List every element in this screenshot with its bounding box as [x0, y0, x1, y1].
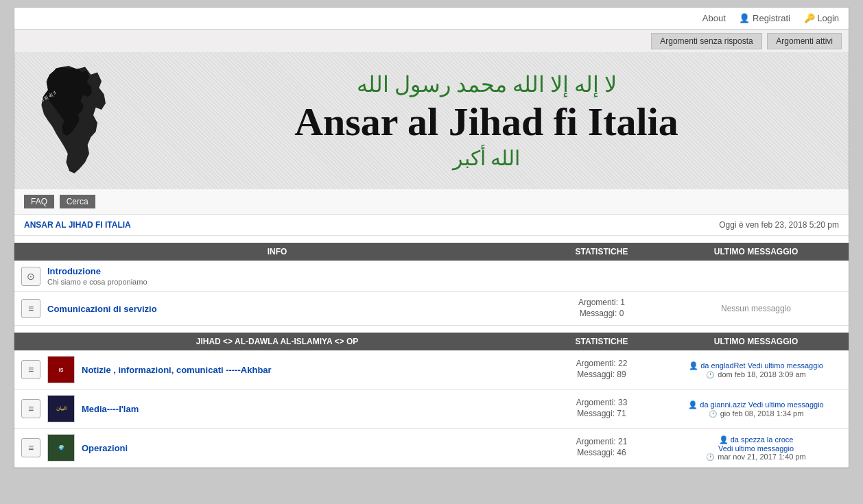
- no-message-label: Nessun messaggio: [721, 304, 791, 313]
- view-ops: Vedi ultimo messaggio: [670, 444, 842, 453]
- forum-name-comunicazioni[interactable]: Comunicazioni di servizio: [47, 304, 157, 314]
- argomenti-label-m: Argomenti:: [576, 398, 616, 407]
- argomenti-label-n: Argomenti:: [576, 359, 616, 368]
- banner-text: لا إله إلا الله محمد رسول الله Ansar al …: [124, 71, 849, 171]
- date-ops: mar nov 21, 2017 1:40 pm: [718, 453, 805, 461]
- messaggi-notizie: Messaggi: 89: [533, 370, 670, 379]
- forum-icon-media: ≡: [21, 399, 40, 418]
- forum-name-introduzione[interactable]: Introduzione: [47, 266, 101, 276]
- last-user-link-media[interactable]: da gianni.aziz: [700, 400, 746, 409]
- breadcrumb-bar: ANSAR AL JIHAD FI ITALIA Oggi è ven feb …: [14, 215, 849, 236]
- forum-icon-comunicazioni: ≡: [21, 299, 40, 318]
- last-date-media: 🕐 gio feb 08, 2018 1:34 pm: [670, 409, 842, 418]
- forum-desc-introduzione: Chi siamo e cosa proponiamo: [47, 278, 533, 286]
- clock-icon-ops: 🕐: [706, 453, 714, 461]
- forum-row-inner-media: ≡ البيان Media----I'lam: [21, 395, 533, 422]
- section-jihad-header: JIHAD <> AL-DAWLA AL-ISLAMIYA <> OP STAT…: [14, 333, 849, 350]
- top-nav: About 👤 Registrati 🔑 Login: [14, 8, 849, 29]
- forum-row-notizie: ≡ IS Notizie , informazioni, comunicati …: [14, 350, 849, 389]
- messaggi-ops: Messaggi: 46: [533, 448, 670, 457]
- forum-folder-icon: ⊙: [27, 271, 35, 282]
- argomenti-label: Argomenti:: [578, 298, 618, 307]
- section-info-last-col: ULTIMO MESSAGGIO: [670, 247, 842, 256]
- forum-thumb-ops: 🌍: [47, 434, 75, 461]
- last-user-ops: 👤 da spezza la croce: [670, 435, 842, 444]
- forum-info-notizie: Notizie , informazioni, comunicati -----…: [82, 365, 533, 375]
- forum-thumb-media: البيان: [47, 395, 75, 422]
- view-link-ops[interactable]: Vedi ultimo messaggio: [718, 444, 794, 453]
- forum-last-media: 👤 da gianni.aziz Vedi ultimo messaggio 🕐…: [670, 400, 842, 418]
- view-link-media[interactable]: Vedi ultimo messaggio: [748, 400, 824, 409]
- messaggi-stat: Messaggi: 0: [533, 309, 670, 318]
- forum-row-inner-ops: ≡ 🌍 Operazioni: [21, 434, 533, 461]
- forum-list-icon-ops: ≡: [28, 442, 34, 453]
- forum-info-media: Media----I'lam: [82, 404, 533, 414]
- argomenti-media: Argomenti: 33: [533, 398, 670, 407]
- cerca-button[interactable]: Cerca: [60, 195, 95, 208]
- forum-info-introduzione: Introduzione Chi siamo e cosa proponiamo: [47, 266, 533, 286]
- forum-row-inner-notizie: ≡ IS Notizie , informazioni, comunicati …: [21, 356, 533, 383]
- forum-row-inner: ⊙ Introduzione Chi siamo e cosa proponia…: [21, 266, 533, 286]
- register-link[interactable]: 👤 Registrati: [739, 13, 792, 23]
- forum-list-icon-notizie: ≡: [28, 364, 34, 375]
- messaggi-media: Messaggi: 71: [533, 409, 670, 418]
- forum-stats-media: Argomenti: 33 Messaggi: 71: [533, 398, 670, 420]
- messaggi-value: 0: [619, 309, 624, 318]
- last-date-ops: 🕐 mar nov 21, 2017 1:40 pm: [670, 453, 842, 461]
- forum-icon-ops: ≡: [21, 438, 40, 457]
- forum-thumb-notizie: IS: [47, 356, 75, 383]
- last-user-link-notizie[interactable]: da engladRet: [700, 361, 745, 370]
- last-date-notizie: 🕐 dom feb 18, 2018 3:09 am: [670, 370, 842, 379]
- section-jihad-last-col: ULTIMO MESSAGGIO: [670, 337, 842, 346]
- active-filter-btn[interactable]: Argomenti attivi: [767, 33, 842, 49]
- forum-name-media[interactable]: Media----I'lam: [82, 404, 139, 414]
- breadcrumb[interactable]: ANSAR AL JIHAD FI ITALIA: [24, 220, 131, 230]
- user-icon: 👤: [739, 13, 750, 23]
- forum-info-ops: Operazioni: [82, 443, 533, 453]
- messaggi-value-m: 71: [617, 409, 626, 418]
- banner: لا إله إلا الله لا إله إلا الله محمد رسو…: [14, 52, 849, 189]
- forum-list-icon-media: ≡: [28, 403, 34, 414]
- last-user-link-ops[interactable]: da spezza la croce: [731, 435, 794, 444]
- thumb-bayan-label: البيان: [56, 406, 67, 411]
- main-wrapper: About 👤 Registrati 🔑 Login Argomenti sen…: [14, 7, 849, 468]
- forum-icon-notizie: ≡: [21, 360, 40, 379]
- forum-row-media: ≡ البيان Media----I'lam Argomenti: 33 Me…: [14, 389, 849, 429]
- messaggi-value-o: 46: [617, 448, 626, 457]
- forum-row-introduzione: ⊙ Introduzione Chi siamo e cosa proponia…: [14, 261, 849, 292]
- forum-list-icon: ≡: [28, 303, 34, 314]
- messaggi-value-n: 89: [617, 370, 626, 379]
- forum-row-inner-com: ≡ Comunicazioni di servizio: [21, 299, 533, 318]
- about-link[interactable]: About: [702, 13, 726, 23]
- forum-name-notizie[interactable]: Notizie , informazioni, comunicati -----…: [82, 365, 272, 375]
- forum-row-comunicazioni: ≡ Comunicazioni di servizio Argomenti: 1…: [14, 292, 849, 326]
- section-jihad-col: JIHAD <> AL-DAWLA AL-ISLAMIYA <> OP: [21, 337, 533, 346]
- argomenti-label-o: Argomenti:: [576, 437, 616, 446]
- forum-last-comunicazioni: Nessun messaggio: [670, 304, 842, 313]
- login-link[interactable]: 🔑 Login: [804, 13, 839, 23]
- argomenti-value-m: 33: [618, 398, 627, 407]
- date-media: gio feb 08, 2018 1:34 pm: [720, 409, 804, 418]
- argomenti-ops: Argomenti: 21: [533, 437, 670, 446]
- forum-stats-comunicazioni: Argomenti: 1 Messaggi: 0: [533, 298, 670, 320]
- forum-icon-introduzione: ⊙: [21, 267, 40, 286]
- no-reply-filter-btn[interactable]: Argomenti senza risposta: [651, 33, 761, 49]
- main-title: Ansar al Jihad fi Italia: [138, 100, 835, 144]
- clock-icon-media: 🕐: [709, 410, 717, 418]
- argomenti-value-n: 22: [618, 359, 627, 368]
- forum-stats-ops: Argomenti: 21 Messaggi: 46: [533, 437, 670, 459]
- argomenti-stat: Argomenti: 1: [533, 298, 670, 307]
- date-notizie: dom feb 18, 2018 3:09 am: [718, 370, 805, 379]
- view-link-notizie[interactable]: Vedi ultimo messaggio: [748, 361, 823, 370]
- forum-row-operazioni: ≡ 🌍 Operazioni Argomenti: 21 Messaggi: 4…: [14, 429, 849, 468]
- last-user-notizie: 👤 da engladRet Vedi ultimo messaggio: [670, 361, 842, 370]
- arabic-top-text: لا إله إلا الله محمد رسول الله: [138, 71, 835, 97]
- section-info-stats-col: STATISTICHE: [533, 247, 670, 256]
- messaggi-label-n: Messaggi:: [577, 370, 615, 379]
- thumb-ops-label: 🌍: [58, 445, 64, 451]
- forum-name-ops[interactable]: Operazioni: [82, 443, 128, 453]
- faq-button[interactable]: FAQ: [24, 195, 54, 208]
- forum-last-ops: 👤 da spezza la croce Vedi ultimo messagg…: [670, 435, 842, 461]
- clock-icon-notizie: 🕐: [706, 371, 714, 379]
- banner-map: لا إله إلا الله: [14, 59, 124, 182]
